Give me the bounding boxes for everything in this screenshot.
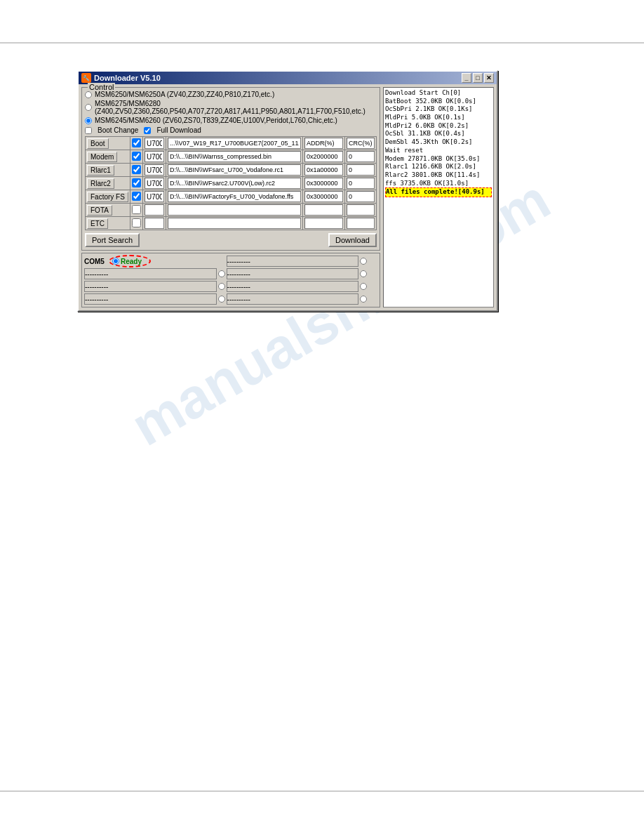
rlarc2-button[interactable]: Rlarc2 xyxy=(87,178,114,189)
radio-msm6250[interactable] xyxy=(85,91,92,98)
log-line-10: Rlarc2 3801.0KB OK[11.4s] xyxy=(385,171,492,180)
rlarc2-model-input[interactable] xyxy=(145,178,164,189)
etc-checkbox[interactable] xyxy=(132,218,141,227)
com-input-left-3[interactable] xyxy=(84,281,217,292)
com-input-right-1[interactable] xyxy=(227,256,359,267)
rlarc2-addr-input[interactable] xyxy=(304,178,343,189)
fota-checkbox[interactable] xyxy=(132,205,141,214)
com-radio-right-4[interactable] xyxy=(360,296,367,303)
rlarc1-checkbox[interactable] xyxy=(132,165,141,174)
boot-addr-input[interactable] xyxy=(304,138,343,149)
log-line-11: ffs 3735.0KB OK[31.0s] xyxy=(385,180,492,188)
top-decorative-line xyxy=(0,42,644,44)
etc-addr-input[interactable] xyxy=(304,218,343,229)
log-line-1: BatBoot 352.0KB OK[0.0s] xyxy=(385,98,492,106)
close-button[interactable]: ✕ xyxy=(484,73,494,83)
table-row: Boot xyxy=(86,137,377,150)
table-row: Rlarc2 xyxy=(86,177,377,190)
com5-radio[interactable] xyxy=(112,258,119,265)
fota-crc-input[interactable] xyxy=(347,204,375,216)
modem-path-input[interactable] xyxy=(168,151,301,162)
window-body: Control MSM6250/MSM6250A (ZV40,ZZ30,ZZ40… xyxy=(79,84,497,310)
modem-crc-input[interactable] xyxy=(347,151,375,162)
table-row: ETC xyxy=(86,217,377,230)
title-bar-left: 🔧 Downloader V5.10 xyxy=(81,73,161,83)
full-download-label: Full Download xyxy=(156,126,201,134)
modem-checkbox[interactable] xyxy=(132,152,141,161)
rlarc2-path-input[interactable] xyxy=(168,178,301,189)
com-input-right-4[interactable] xyxy=(227,293,359,305)
log-panel: Download Start Ch[0]BatBoot 352.0KB OK[0… xyxy=(383,87,494,307)
rlarc1-path-input[interactable] xyxy=(168,164,301,176)
boot-checkbox[interactable] xyxy=(132,138,141,147)
radio-msm6245[interactable] xyxy=(85,117,92,124)
action-row: Port Search Download xyxy=(85,233,377,247)
boot-change-checkbox[interactable] xyxy=(85,127,92,134)
log-line-9: Rlarc1 1216.6KB OK[2.0s] xyxy=(385,163,492,171)
com-radio-left-4[interactable] xyxy=(218,296,225,303)
radio-label-3: MSM6245/MSM6260 (ZV60,ZS70,T839,ZZ40E,U1… xyxy=(95,117,337,124)
factory-fs-addr-input[interactable] xyxy=(304,191,343,202)
file-table: Boot Modem xyxy=(85,136,377,230)
port-search-button[interactable]: Port Search xyxy=(85,233,140,247)
download-button[interactable]: Download xyxy=(328,233,377,247)
maximize-button[interactable]: □ xyxy=(473,73,483,83)
etc-path-input[interactable] xyxy=(168,218,301,229)
com-input-right-3[interactable] xyxy=(227,281,359,292)
factory-fs-path-input[interactable] xyxy=(168,191,301,202)
radio-row-3: MSM6245/MSM6260 (ZV60,ZS70,T839,ZZ40E,U1… xyxy=(85,117,377,124)
etc-model-input[interactable] xyxy=(145,218,164,229)
modem-model-input[interactable] xyxy=(145,151,164,162)
fota-addr-input[interactable] xyxy=(304,204,343,216)
boot-path-input[interactable] xyxy=(168,138,301,149)
boot-model-input[interactable] xyxy=(145,138,164,149)
com5-status: Ready xyxy=(121,258,142,265)
fota-path-input[interactable] xyxy=(168,204,301,216)
log-line-8: Modem 27871.0KB OK[35.0s] xyxy=(385,155,492,164)
com-radio-left-3[interactable] xyxy=(218,283,225,290)
log-line-3: MldPri 5.0KB OK[0.1s] xyxy=(385,114,492,122)
log-line-6: DemSbl 45.3Kth OK[0.2s] xyxy=(385,138,492,147)
com5-row: COM5 Ready xyxy=(84,256,225,267)
radio-msm6275[interactable] xyxy=(85,104,92,111)
com-input-left-2[interactable] xyxy=(84,268,217,279)
factory-fs-crc-input[interactable] xyxy=(347,191,375,202)
control-label: Control xyxy=(88,83,115,91)
radio-row-1: MSM6250/MSM6250A (ZV40,ZZ30,ZZ40,P810,Z1… xyxy=(85,91,377,98)
factory-fs-checkbox[interactable] xyxy=(132,192,141,201)
com-radio-right-3[interactable] xyxy=(360,283,367,290)
rlarc1-addr-input[interactable] xyxy=(304,164,343,176)
table-row: FOTA xyxy=(86,204,377,217)
boot-button[interactable]: Boot xyxy=(87,138,109,149)
com-radio-right-1[interactable] xyxy=(360,258,367,265)
rlarc2-checkbox[interactable] xyxy=(132,178,141,187)
rlarc1-button[interactable]: Rlarc1 xyxy=(87,165,114,176)
window-title: Downloader V5.10 xyxy=(94,74,161,82)
minimize-button[interactable]: _ xyxy=(462,73,471,83)
fota-model-input[interactable] xyxy=(145,204,164,216)
options-row: Boot Change Full Download xyxy=(85,126,377,134)
full-download-checkbox[interactable] xyxy=(144,127,151,134)
rlarc2-crc-input[interactable] xyxy=(347,178,375,189)
factory-fs-model-input[interactable] xyxy=(145,191,164,202)
fota-button[interactable]: FOTA xyxy=(87,205,112,216)
modem-addr-input[interactable] xyxy=(304,151,343,162)
bottom-decorative-line xyxy=(0,790,644,792)
boot-crc-input[interactable] xyxy=(347,138,375,149)
modem-button[interactable]: Modem xyxy=(87,152,117,162)
com-row-right-4 xyxy=(227,293,368,305)
factory-fs-button[interactable]: Factory FS xyxy=(87,192,128,202)
com-radio-left-2[interactable] xyxy=(218,270,225,277)
etc-button[interactable]: ETC xyxy=(87,218,108,229)
com-input-left-4[interactable] xyxy=(84,293,217,305)
com-input-right-2[interactable] xyxy=(227,268,359,279)
etc-crc-input[interactable] xyxy=(347,218,375,229)
table-row: Factory FS xyxy=(86,190,377,204)
rlarc1-crc-input[interactable] xyxy=(347,164,375,176)
com-radio-right-2[interactable] xyxy=(360,270,367,277)
log-line-0: Download Start Ch[0] xyxy=(385,89,492,98)
com-row-left-2 xyxy=(84,268,225,279)
radio-label-2: MSM6275/MSM6280 (Z400,ZV50,Z360,Z560,P54… xyxy=(95,100,377,115)
log-line-5: OcSbl 31.1KB OK[0.4s] xyxy=(385,130,492,138)
rlarc1-model-input[interactable] xyxy=(145,164,164,176)
